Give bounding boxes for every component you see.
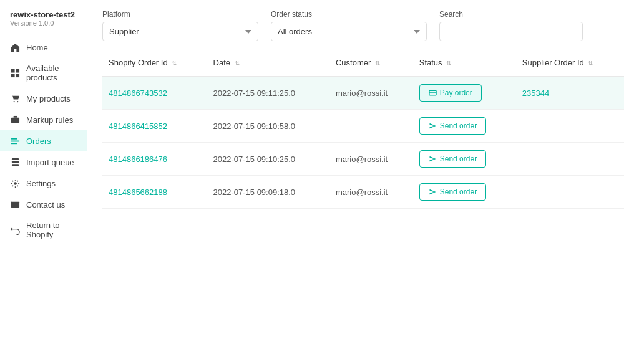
svg-rect-10 (11, 158, 18, 160)
table-row: 48148667435322022-07-15 09:11:25.0mario@… (102, 77, 624, 110)
col-customer: Customer ⇅ (329, 49, 413, 77)
svg-point-5 (17, 101, 18, 102)
cell-date: 2022-07-15 09:10:25.0 (207, 143, 329, 176)
col-date: Date ⇅ (207, 49, 329, 77)
settings-icon (10, 178, 20, 188)
sidebar-item-markup-rules[interactable]: Markup rules (0, 109, 87, 130)
mail-icon (10, 199, 20, 209)
cell-date: 2022-07-15 09:09:18.0 (207, 176, 329, 209)
cell-customer: mario@rossi.it (329, 77, 413, 110)
search-filter-group: Search (439, 10, 583, 41)
pay-order-button[interactable]: Pay order (419, 84, 482, 102)
table-row: 48148664158522022-07-15 09:10:58.0 Send … (102, 110, 624, 143)
send-order-button[interactable]: Send order (419, 150, 486, 168)
sort-icon[interactable]: ⇅ (588, 60, 593, 67)
sidebar-item-home[interactable]: Home (0, 37, 87, 58)
svg-rect-0 (11, 69, 14, 72)
sidebar-item-label: Orders (26, 136, 51, 146)
svg-rect-15 (429, 90, 436, 95)
sort-icon[interactable]: ⇅ (375, 60, 380, 67)
cell-shopify-order-id: 4814866743532 (102, 77, 207, 110)
filters-bar: Platform Supplier Order status All order… (87, 0, 639, 49)
cell-supplier-order-id: 235344 (516, 77, 624, 110)
sidebar-item-label: Import queue (26, 158, 74, 167)
order-id-link[interactable]: 4814866415852 (109, 122, 167, 131)
order-id-link[interactable]: 4814866186476 (109, 155, 167, 164)
search-label: Search (439, 10, 583, 19)
col-supplier-order-id: Supplier Order Id ⇅ (516, 49, 624, 77)
sort-icon[interactable]: ⇅ (446, 60, 451, 67)
main-content: Platform Supplier Order status All order… (87, 0, 639, 364)
col-status: Status ⇅ (413, 49, 516, 77)
svg-rect-12 (11, 164, 18, 166)
table-row: 48148661864762022-07-15 09:10:25.0mario@… (102, 143, 624, 176)
brand: rewix-store-test2 Versione 1.0.0 (0, 10, 87, 32)
sidebar-item-import-queue[interactable]: Import queue (0, 151, 87, 173)
table-header-row: Shopify Order Id ⇅ Date ⇅ Customer ⇅ Sta… (102, 49, 624, 77)
cell-shopify-order-id: 4814865662188 (102, 176, 207, 209)
send-order-button[interactable]: Send order (419, 117, 486, 135)
cell-shopify-order-id: 4814866186476 (102, 143, 207, 176)
brand-name: rewix-store-test2 (10, 10, 77, 19)
svg-rect-11 (11, 161, 18, 163)
svg-rect-7 (11, 138, 16, 139)
cart-icon (10, 93, 20, 103)
sidebar-item-label: Return to Shopify (26, 221, 77, 239)
dollar-icon (10, 115, 20, 125)
svg-point-13 (14, 182, 17, 185)
svg-rect-9 (11, 143, 16, 144)
sidebar-item-my-products[interactable]: My products (0, 88, 87, 109)
platform-filter-group: Platform Supplier (102, 10, 258, 41)
status-select[interactable]: All orders (271, 22, 427, 41)
svg-point-4 (13, 101, 14, 102)
sidebar-item-label: My products (26, 94, 71, 103)
import-icon (10, 157, 20, 167)
orders-table-container: Shopify Order Id ⇅ Date ⇅ Customer ⇅ Sta… (87, 49, 639, 364)
svg-rect-2 (11, 74, 14, 77)
sort-icon[interactable]: ⇅ (172, 60, 177, 67)
cell-status: Send order (413, 110, 516, 143)
order-id-link[interactable]: 4814865662188 (109, 188, 167, 197)
sidebar-item-label: Contact us (26, 200, 65, 209)
cell-customer (329, 110, 413, 143)
sidebar-item-label: Available products (26, 64, 77, 82)
cell-date: 2022-07-15 09:10:58.0 (207, 110, 329, 143)
sidebar-item-label: Markup rules (26, 115, 73, 125)
sidebar-item-return-shopify[interactable]: Return to Shopify (0, 215, 87, 245)
cell-supplier-order-id (516, 110, 624, 143)
sidebar-item-label: Home (26, 43, 48, 52)
sidebar-item-available-products[interactable]: Available products (0, 58, 87, 88)
table-row: 48148656621882022-07-15 09:09:18.0mario@… (102, 176, 624, 209)
col-shopify-order-id: Shopify Order Id ⇅ (102, 49, 207, 77)
cell-customer: mario@rossi.it (329, 176, 413, 209)
sidebar-nav: Home Available products My products Mark… (0, 37, 87, 354)
return-icon (10, 225, 20, 235)
orders-table: Shopify Order Id ⇅ Date ⇅ Customer ⇅ Sta… (102, 49, 624, 209)
cell-status: Send order (413, 143, 516, 176)
search-input[interactable] (439, 22, 583, 41)
cell-status: Pay order (413, 77, 516, 110)
sidebar-item-orders[interactable]: Orders (0, 130, 87, 151)
order-id-link[interactable]: 4814866743532 (109, 89, 167, 98)
cell-status: Send order (413, 176, 516, 209)
sidebar: rewix-store-test2 Versione 1.0.0 Home Av… (0, 0, 87, 364)
sidebar-item-label: Settings (26, 179, 56, 188)
grid-icon (10, 68, 20, 78)
brand-version: Versione 1.0.0 (10, 19, 77, 27)
sidebar-item-settings[interactable]: Settings (0, 173, 87, 194)
svg-rect-6 (11, 117, 19, 122)
platform-select[interactable]: Supplier (102, 22, 258, 41)
svg-rect-1 (16, 69, 19, 72)
platform-label: Platform (102, 10, 258, 19)
cell-supplier-order-id (516, 143, 624, 176)
status-label: Order status (271, 10, 427, 19)
cell-date: 2022-07-15 09:11:25.0 (207, 77, 329, 110)
svg-rect-8 (11, 140, 19, 141)
sidebar-item-contact-us[interactable]: Contact us (0, 194, 87, 215)
send-order-button[interactable]: Send order (419, 183, 486, 201)
sort-icon[interactable]: ⇅ (235, 60, 240, 67)
home-icon (10, 42, 20, 52)
cell-customer: mario@rossi.it (329, 143, 413, 176)
cell-supplier-order-id (516, 176, 624, 209)
cell-shopify-order-id: 4814866415852 (102, 110, 207, 143)
